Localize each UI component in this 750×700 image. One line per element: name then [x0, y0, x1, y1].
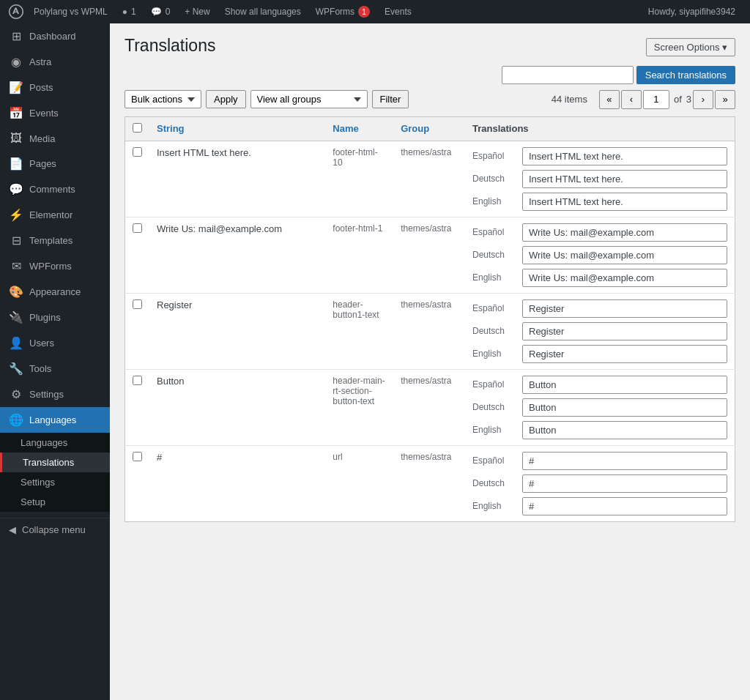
translation-input[interactable]	[522, 345, 727, 363]
th-group[interactable]: Group	[393, 116, 465, 141]
prev-page-button[interactable]: ‹	[621, 90, 642, 109]
row-name: url	[325, 445, 393, 521]
messages-link[interactable]: 💬 0	[144, 0, 178, 23]
new-content[interactable]: + New	[177, 0, 217, 23]
lang-label: English	[472, 193, 516, 206]
th-name[interactable]: Name	[325, 116, 393, 141]
translation-input[interactable]	[522, 246, 727, 264]
translation-input[interactable]	[522, 269, 727, 287]
site-name[interactable]: Polylang vs WPML	[26, 0, 115, 23]
row-group: themes/astra	[393, 369, 465, 445]
sidebar-item-posts[interactable]: 📝 Posts	[0, 75, 110, 100]
bulk-actions-select[interactable]: Bulk actions	[125, 90, 201, 108]
next-page-button[interactable]: ›	[693, 90, 713, 109]
first-page-button[interactable]: «	[599, 90, 620, 109]
sidebar-item-media[interactable]: 🖼 Media	[0, 126, 110, 151]
wp-logo[interactable]	[6, 0, 26, 23]
row-checkbox[interactable]	[133, 376, 142, 385]
th-string[interactable]: String	[149, 116, 325, 141]
sidebar-item-plugins[interactable]: 🔌 Plugins	[0, 305, 110, 330]
tools-icon: 🔧	[9, 362, 23, 376]
sidebar-item-users[interactable]: 👤 Users	[0, 330, 110, 356]
sidebar-item-astra[interactable]: ◉ Astra	[0, 49, 110, 75]
row-checkbox-cell	[125, 217, 150, 293]
screen-options-button[interactable]: Screen Options ▾	[646, 38, 735, 56]
translation-entry: English	[472, 421, 727, 439]
row-checkbox-cell	[125, 369, 150, 445]
translation-input[interactable]	[522, 421, 727, 439]
events-link[interactable]: Events	[377, 0, 419, 23]
lang-label: Español	[472, 223, 516, 237]
row-name: header-button1-text	[325, 293, 393, 369]
row-translations: EspañolDeutschEnglish	[465, 369, 735, 445]
translation-input[interactable]	[522, 497, 727, 515]
row-checkbox[interactable]	[133, 299, 142, 309]
translation-entry: Español	[472, 376, 727, 394]
submenu-translations[interactable]: Translations	[0, 453, 110, 472]
apply-button[interactable]: Apply	[206, 90, 246, 108]
translation-entry: Español	[472, 299, 727, 318]
sidebar-item-events[interactable]: 📅 Events	[0, 100, 110, 126]
settings-icon: ⚙	[9, 387, 23, 401]
filter-button[interactable]: Filter	[372, 90, 409, 108]
translation-input[interactable]	[522, 452, 727, 470]
row-checkbox-cell	[125, 445, 150, 521]
translation-input[interactable]	[522, 147, 727, 165]
sidebar-item-languages[interactable]: 🌐 Languages ◀	[0, 407, 110, 433]
translation-input[interactable]	[522, 322, 727, 340]
collapse-menu-button[interactable]: ◀ Collapse menu	[0, 518, 110, 541]
search-translations-button[interactable]: Search translations	[636, 66, 735, 84]
translation-input[interactable]	[522, 474, 727, 493]
sidebar-item-comments[interactable]: 💬 Comments	[0, 176, 110, 202]
sidebar-item-settings[interactable]: ⚙ Settings	[0, 381, 110, 407]
sidebar-item-elementor[interactable]: ⚡ Elementor	[0, 202, 110, 228]
submenu-languages[interactable]: Languages	[0, 433, 110, 453]
translation-entry: English	[472, 345, 727, 363]
show-languages[interactable]: Show all languages	[218, 0, 308, 23]
total-pages: 3	[686, 94, 691, 105]
row-name: footer-html-10	[325, 141, 393, 217]
main-content: Screen Options ▾ Translations Search tra…	[110, 23, 750, 700]
translation-input[interactable]	[522, 223, 727, 242]
sidebar-item-tools[interactable]: 🔧 Tools	[0, 356, 110, 381]
media-icon: 🖼	[9, 132, 23, 145]
page-number-input[interactable]	[643, 90, 669, 109]
translation-input[interactable]	[522, 299, 727, 318]
select-all-checkbox[interactable]	[133, 123, 142, 133]
translation-input[interactable]	[522, 170, 727, 188]
translation-input[interactable]	[522, 376, 727, 394]
pages-icon: 📄	[9, 157, 23, 171]
row-checkbox[interactable]	[133, 223, 142, 233]
translation-input[interactable]	[522, 398, 727, 417]
search-translations-input[interactable]	[502, 66, 634, 84]
lang-label: Español	[472, 376, 516, 390]
wpforms-link[interactable]: WPForms 1	[308, 0, 377, 23]
sidebar-item-pages[interactable]: 📄 Pages	[0, 151, 110, 176]
submenu-settings[interactable]: Settings	[0, 472, 110, 492]
comments-link[interactable]: ● 1	[115, 0, 144, 23]
translation-entry: Deutsch	[472, 398, 727, 417]
sidebar-item-wpforms[interactable]: ✉ WPForms	[0, 253, 110, 279]
row-checkbox[interactable]	[133, 147, 142, 157]
sidebar-item-appearance[interactable]: 🎨 Appearance	[0, 279, 110, 305]
translations-table: String Name Group Translations Insert HT…	[125, 116, 735, 522]
row-group: themes/astra	[393, 141, 465, 217]
row-name: header-main-rt-section-button-text	[325, 369, 393, 445]
dashboard-icon: ⊞	[9, 29, 23, 43]
lang-label: English	[472, 269, 516, 283]
table-row: Insert HTML text here.footer-html-10them…	[125, 141, 735, 217]
admin-bar: Polylang vs WPML ● 1 💬 0 + New Show all …	[0, 0, 750, 23]
message-icon: 💬	[151, 7, 162, 17]
translation-entry: English	[472, 497, 727, 515]
row-group: themes/astra	[393, 445, 465, 521]
th-translations: Translations	[465, 116, 735, 141]
translation-input[interactable]	[522, 193, 727, 211]
row-checkbox[interactable]	[133, 452, 142, 461]
submenu-setup[interactable]: Setup	[0, 492, 110, 512]
view-groups-select[interactable]: View all groups	[250, 90, 368, 108]
sidebar-item-templates[interactable]: ⊟ Templates	[0, 228, 110, 253]
sidebar-item-dashboard[interactable]: ⊞ Dashboard	[0, 23, 110, 49]
last-page-button[interactable]: »	[715, 90, 735, 109]
translation-entry: Deutsch	[472, 170, 727, 188]
pagination-controls: « ‹ of 3 › »	[599, 90, 735, 109]
